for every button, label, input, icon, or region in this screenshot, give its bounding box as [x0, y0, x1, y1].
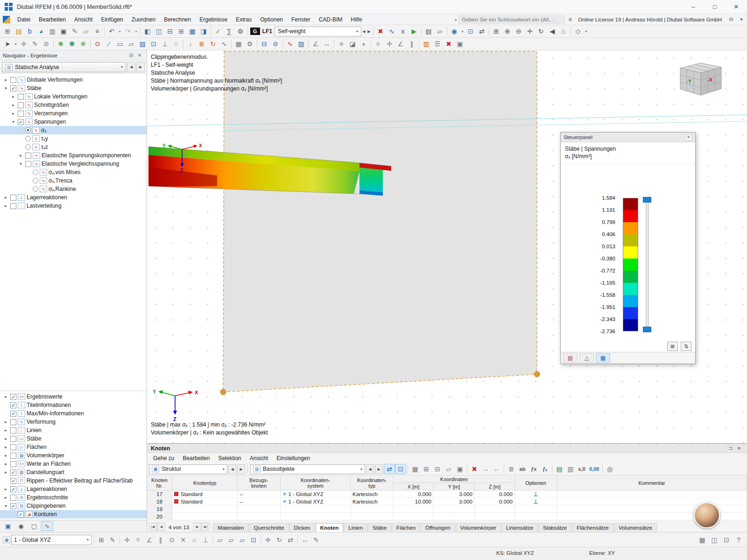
- mesh-settings-button[interactable]: ⚙: [244, 39, 255, 49]
- move-copy-button[interactable]: ✛: [262, 535, 274, 545]
- mesh-button[interactable]: ▦: [233, 39, 244, 49]
- control-panel-titlebar[interactable]: Steuerpanel ✕: [561, 133, 695, 142]
- view-layout-full-button[interactable]: ⊞: [176, 26, 187, 36]
- loadcase-next-button[interactable]: ▶: [366, 26, 372, 36]
- tree-item[interactable]: ▾✓∿Spannungen: [0, 118, 147, 126]
- table-row[interactable]: 18Standard--✛1 - Global XYZKartesisch10.…: [147, 498, 747, 505]
- check-model-button[interactable]: ✓: [212, 26, 224, 36]
- menu-einfgen[interactable]: Einfügen: [97, 15, 127, 24]
- report-table-button[interactable]: ▥: [565, 464, 576, 474]
- result-diagram-button[interactable]: ∿: [284, 39, 296, 49]
- perpendicular-snap-button[interactable]: ⊥: [200, 535, 211, 545]
- column-header-x[interactable]: X [m]: [394, 483, 434, 490]
- radio-button[interactable]: [25, 144, 31, 150]
- delete-display-button[interactable]: ✖: [443, 39, 454, 49]
- expander-right-icon[interactable]: ▸: [10, 103, 16, 107]
- zoom-window-button[interactable]: ⊞: [491, 26, 502, 36]
- search-expand-icon[interactable]: ▸: [454, 17, 459, 22]
- display-properties-button[interactable]: ☰: [432, 39, 443, 49]
- panel-tab-color-scale[interactable]: ▤: [563, 353, 578, 363]
- tree-item[interactable]: ▸⊥Lagerreaktionen: [0, 193, 147, 202]
- zoom-out-button[interactable]: ⊖: [513, 26, 524, 36]
- select-arrow-button[interactable]: ➤: [2, 39, 13, 49]
- new-support-button[interactable]: ⊥: [159, 39, 170, 49]
- grid-button[interactable]: ⌗: [373, 39, 384, 49]
- checkbox[interactable]: [10, 203, 16, 209]
- avatar[interactable]: [694, 502, 720, 528]
- generate-tree-button[interactable]: ❋: [55, 39, 66, 49]
- tab-flchen[interactable]: Flächen: [392, 523, 420, 532]
- expander-right-icon[interactable]: ▸: [3, 203, 9, 208]
- report-list-button[interactable]: ≡: [92, 26, 103, 36]
- new-solid-button[interactable]: ▧: [137, 39, 148, 49]
- navigation-cube[interactable]: -Y -X: [674, 61, 726, 101]
- analysis-type-select[interactable]: ▤ Statische Analyse ▾: [2, 62, 126, 72]
- rotate-copy-button[interactable]: ↻: [274, 535, 285, 545]
- menu-ergebnisse[interactable]: Ergebnisse: [195, 15, 232, 24]
- pick-object-button[interactable]: ✛: [18, 39, 29, 49]
- move-view-button[interactable]: ✛: [524, 26, 536, 36]
- control-panel-close-icon[interactable]: ✕: [685, 134, 692, 141]
- table-menu-bearbeiten[interactable]: Bearbeiten: [178, 454, 214, 462]
- tree-item[interactable]: ▸✓x.xErgebniswerte: [0, 392, 147, 401]
- expander-right-icon[interactable]: ▸: [3, 487, 9, 491]
- table-row[interactable]: 17Standard--✛1 - Global XYZKartesisch0.0…: [147, 490, 747, 498]
- checkbox[interactable]: ✓: [18, 511, 24, 518]
- minimize-button[interactable]: –: [683, 0, 704, 14]
- menu-berechnen[interactable]: Berechnen: [160, 15, 195, 24]
- tab-volumenkrper[interactable]: Volumenkörper: [456, 523, 501, 532]
- panel-tab-factors[interactable]: △: [579, 353, 594, 363]
- copy-button[interactable]: ▱: [80, 26, 92, 36]
- search-input[interactable]: [458, 15, 565, 24]
- checkbox[interactable]: ✓: [10, 469, 16, 476]
- scale-options-button[interactable]: ⊞: [667, 342, 678, 351]
- renumber-button[interactable]: ⇄: [476, 26, 487, 36]
- previous-view-button[interactable]: ◀: [547, 26, 558, 36]
- checkbox[interactable]: [10, 461, 16, 467]
- dimension-tool-button[interactable]: ↔: [299, 535, 310, 545]
- terrain-object-button[interactable]: ❋: [78, 39, 89, 49]
- table-search-button[interactable]: ◎: [604, 464, 615, 474]
- isometric-view-button[interactable]: ◇: [572, 26, 584, 36]
- rotate-view-button[interactable]: ↻: [536, 26, 547, 36]
- expander-right-icon[interactable]: ▸: [10, 111, 16, 116]
- view-layout-tables-button[interactable]: ⊟: [164, 26, 176, 36]
- camera-button[interactable]: ▣: [454, 39, 465, 49]
- menu-ansicht[interactable]: Ansicht: [70, 15, 97, 24]
- formula-button[interactable]: ƒx: [528, 464, 539, 474]
- calculate-all-button[interactable]: ⚙: [235, 26, 246, 36]
- checkbox[interactable]: [25, 153, 31, 159]
- table-group-select[interactable]: ▤ Basisobjekte ▾: [250, 464, 365, 474]
- tree-item[interactable]: ▾∿Elastische Vergleichsspannung: [0, 160, 147, 168]
- new-moment-load-button[interactable]: ↻: [207, 39, 218, 49]
- menu-optionen[interactable]: Optionen: [256, 15, 287, 24]
- checkbox[interactable]: [10, 495, 16, 501]
- clipping-plane-handle[interactable]: [534, 371, 540, 377]
- export-table-button[interactable]: →: [480, 464, 491, 474]
- tree-item[interactable]: ▸∿Schnittgrößen: [0, 101, 147, 109]
- grid-toggle-button[interactable]: ⌗: [133, 535, 144, 545]
- select-special-button[interactable]: ⊡: [465, 26, 476, 36]
- dlubal-online-button[interactable]: b: [24, 26, 35, 36]
- expander-right-icon[interactable]: ▸: [3, 428, 9, 433]
- prev-page-button[interactable]: ◀: [157, 523, 165, 531]
- new-member-button[interactable]: ▭: [114, 39, 126, 49]
- table-menu-selektion[interactable]: Selektion: [214, 454, 245, 462]
- clipping-plane-button[interactable]: ⊘: [270, 39, 281, 49]
- guidelines-button[interactable]: ∥: [406, 39, 417, 49]
- last-page-button[interactable]: ▶|: [202, 523, 210, 531]
- coordinate-system-select[interactable]: 1 - Global XYZ ▾: [11, 535, 92, 545]
- menubar-dock-icon[interactable]: ⊟: [726, 16, 736, 22]
- column-header-ct[interactable]: Koordinaten-typ: [351, 476, 394, 490]
- column-header-type[interactable]: Knotentyp: [172, 476, 238, 490]
- navigator-tab-ergebnisse[interactable]: ∿: [41, 521, 53, 531]
- tree-item[interactable]: ∿σᵥ,Rankine: [0, 185, 147, 193]
- table-settings-button[interactable]: ≣: [506, 464, 517, 474]
- expander-down-icon[interactable]: ▾: [10, 119, 16, 124]
- undo-button[interactable]: ↶: [106, 26, 117, 36]
- web-services-button[interactable]: ◕: [35, 26, 47, 36]
- measure-button[interactable]: ∠: [310, 39, 321, 49]
- category-prev-button[interactable]: ◀: [228, 464, 236, 474]
- table-row[interactable]: 20: [147, 513, 747, 520]
- tree-item[interactable]: ▸∿Elastische Spannungskomponenten: [0, 151, 147, 160]
